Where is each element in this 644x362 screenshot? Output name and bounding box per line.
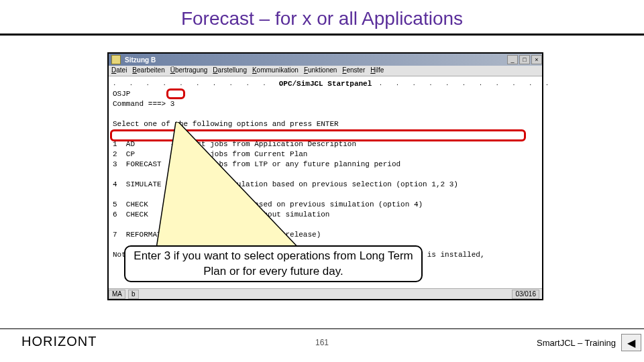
status-bar: MA b 03/016 xyxy=(109,288,542,299)
maximize-button[interactable]: □ xyxy=(519,55,530,64)
status-right: 03/016 xyxy=(512,290,539,299)
footer-page: 161 xyxy=(315,338,329,347)
menu-item[interactable]: Bearbeiten xyxy=(132,66,164,75)
close-button[interactable]: × xyxy=(531,55,542,64)
command-line: Command ===> 3 xyxy=(113,99,538,109)
callout: Enter 3 if you want to select operations… xyxy=(124,245,423,282)
arrow-left-icon: ◀ xyxy=(627,337,635,349)
menu-item[interactable]: Datei xyxy=(111,66,127,75)
nav-back-button[interactable]: ◀ xyxy=(621,334,641,351)
instruction-line: Select one of the following options and … xyxy=(113,119,538,129)
window-title: Sitzung B xyxy=(123,56,506,64)
title-rule xyxy=(0,34,644,36)
menubar: Datei Bearbeiten Übertragung Darstellung… xyxy=(109,66,542,76)
menu-item[interactable]: Kommunikation xyxy=(252,66,299,75)
menu-item[interactable]: Übertragung xyxy=(170,66,208,75)
command-value[interactable]: 3 xyxy=(170,100,175,108)
terminal-body: . . . . . . . . . . . . . . . . . . . . … xyxy=(109,76,542,273)
window-titlebar: Sitzung B _ □ × xyxy=(109,54,542,66)
status-left: MA xyxy=(109,290,125,299)
menu-item[interactable]: Darstellung xyxy=(213,66,247,75)
footer-rule xyxy=(0,328,644,329)
callout-text: Enter 3 if you want to select operations… xyxy=(132,249,415,280)
option-row: 6 CHECK - Start JCL check without simula… xyxy=(113,210,538,220)
app-icon xyxy=(111,55,121,64)
menu-item[interactable]: Fenster xyxy=(342,66,365,75)
panel-name: OSJP xyxy=(113,89,538,99)
footer-brand: HORIZONT xyxy=(21,334,97,349)
footer-doc: SmartJCL – Training xyxy=(537,338,616,348)
option-row: 7 REFORMAT - Start JCL reformat (pre rel… xyxy=(113,230,538,240)
menu-item[interactable]: Hilfe xyxy=(370,66,384,75)
option-row: 3 FORECAST - Select jobs from LTP or any… xyxy=(113,160,538,170)
menu-item[interactable]: Funktionen xyxy=(304,66,337,75)
option-row: 5 CHECK - Start JCL check based on previ… xyxy=(113,200,538,210)
option-row: 2 CP - Select jobs from Current Plan xyxy=(113,149,538,160)
minimize-button[interactable]: _ xyxy=(507,55,518,64)
option-row: 1 AD - Select jobs from Application Desc… xyxy=(113,139,538,149)
slide-title: Forecast – for x or all Applications xyxy=(0,0,644,34)
option-row: 4 SIMULATE - Start JCL simulation based … xyxy=(113,180,538,190)
status-left2: b xyxy=(128,290,139,299)
